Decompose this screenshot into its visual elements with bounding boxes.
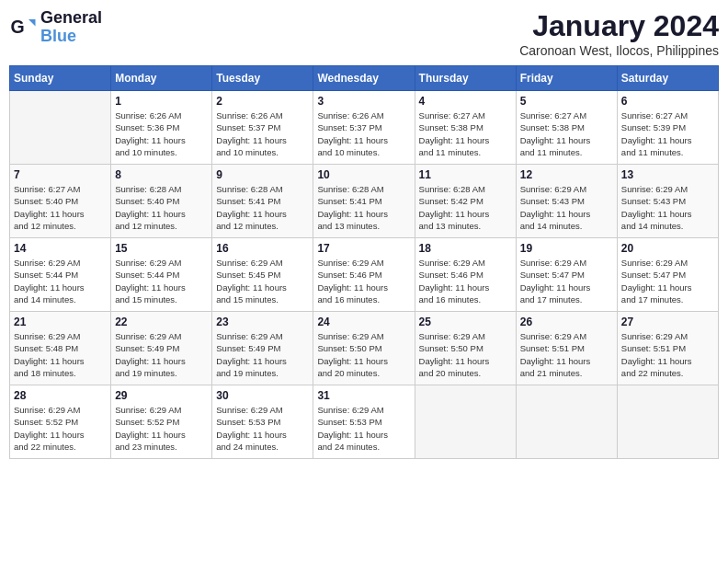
calendar-day: 8Sunrise: 6:28 AM Sunset: 5:40 PM Daylig…: [111, 165, 212, 238]
day-number: 31: [317, 389, 410, 402]
calendar-day: 13Sunrise: 6:29 AM Sunset: 5:43 PM Dayli…: [617, 165, 718, 238]
day-number: 23: [216, 316, 309, 328]
day-number: 7: [14, 168, 107, 181]
calendar-day: 5Sunrise: 6:27 AM Sunset: 5:38 PM Daylig…: [516, 91, 617, 165]
day-info: Sunrise: 6:29 AM Sunset: 5:52 PM Dayligh…: [115, 404, 208, 453]
calendar-day: 23Sunrise: 6:29 AM Sunset: 5:49 PM Dayli…: [212, 312, 313, 385]
day-info: Sunrise: 6:29 AM Sunset: 5:44 PM Dayligh…: [14, 257, 107, 305]
calendar-day: 7Sunrise: 6:27 AM Sunset: 5:40 PM Daylig…: [10, 165, 111, 238]
day-info: Sunrise: 6:27 AM Sunset: 5:40 PM Dayligh…: [14, 183, 107, 232]
calendar-day: 1Sunrise: 6:26 AM Sunset: 5:36 PM Daylig…: [111, 91, 212, 165]
calendar-day: 20Sunrise: 6:29 AM Sunset: 5:47 PM Dayli…: [617, 238, 718, 312]
day-info: Sunrise: 6:29 AM Sunset: 5:49 PM Dayligh…: [115, 330, 208, 379]
day-number: 3: [317, 95, 410, 108]
day-info: Sunrise: 6:27 AM Sunset: 5:38 PM Dayligh…: [419, 109, 512, 158]
calendar-day: 9Sunrise: 6:28 AM Sunset: 5:41 PM Daylig…: [212, 165, 313, 238]
calendar-day: 17Sunrise: 6:29 AM Sunset: 5:46 PM Dayli…: [313, 238, 415, 312]
day-number: 20: [621, 242, 714, 255]
day-number: 19: [520, 242, 613, 255]
title-area: January 2024 Caronoan West, Ilocos, Phil…: [519, 9, 719, 58]
calendar-day: 19Sunrise: 6:29 AM Sunset: 5:47 PM Dayli…: [516, 238, 617, 312]
day-info: Sunrise: 6:29 AM Sunset: 5:48 PM Dayligh…: [14, 330, 107, 379]
day-number: 11: [419, 168, 512, 181]
header-day: Wednesday: [313, 66, 415, 91]
header-day: Saturday: [617, 66, 718, 91]
calendar-day: 30Sunrise: 6:29 AM Sunset: 5:53 PM Dayli…: [212, 385, 313, 459]
calendar-day: 14Sunrise: 6:29 AM Sunset: 5:44 PM Dayli…: [10, 238, 111, 312]
day-number: 12: [520, 168, 613, 181]
day-number: 9: [216, 168, 309, 181]
calendar-day: [617, 385, 718, 459]
header-day: Tuesday: [212, 66, 313, 91]
day-info: Sunrise: 6:27 AM Sunset: 5:39 PM Dayligh…: [621, 109, 714, 158]
calendar-day: 24Sunrise: 6:29 AM Sunset: 5:50 PM Dayli…: [313, 312, 415, 385]
calendar-day: 11Sunrise: 6:28 AM Sunset: 5:42 PM Dayli…: [415, 165, 516, 238]
day-number: 5: [520, 95, 613, 108]
header: G General Blue January 2024 Caronoan Wes…: [9, 9, 719, 58]
calendar-day: 16Sunrise: 6:29 AM Sunset: 5:45 PM Dayli…: [212, 238, 313, 312]
calendar-day: 28Sunrise: 6:29 AM Sunset: 5:52 PM Dayli…: [10, 385, 111, 459]
day-number: 28: [14, 389, 107, 402]
logo-text: General Blue: [40, 9, 102, 46]
day-info: Sunrise: 6:26 AM Sunset: 5:37 PM Dayligh…: [216, 109, 309, 158]
day-info: Sunrise: 6:29 AM Sunset: 5:43 PM Dayligh…: [621, 183, 714, 232]
header-day: Monday: [111, 66, 212, 91]
day-number: 21: [14, 316, 107, 328]
day-info: Sunrise: 6:29 AM Sunset: 5:47 PM Dayligh…: [621, 257, 714, 305]
day-info: Sunrise: 6:27 AM Sunset: 5:38 PM Dayligh…: [520, 109, 613, 158]
day-number: 17: [317, 242, 410, 255]
day-number: 10: [317, 168, 410, 181]
calendar-day: 15Sunrise: 6:29 AM Sunset: 5:44 PM Dayli…: [111, 238, 212, 312]
subtitle: Caronoan West, Ilocos, Philippines: [519, 43, 719, 58]
logo-icon: G: [9, 14, 37, 41]
calendar-table: SundayMondayTuesdayWednesdayThursdayFrid…: [9, 65, 719, 459]
calendar-day: 27Sunrise: 6:29 AM Sunset: 5:51 PM Dayli…: [617, 312, 718, 385]
day-number: 8: [115, 168, 208, 181]
calendar-day: 26Sunrise: 6:29 AM Sunset: 5:51 PM Dayli…: [516, 312, 617, 385]
day-number: 4: [419, 95, 512, 108]
calendar-day: 12Sunrise: 6:29 AM Sunset: 5:43 PM Dayli…: [516, 165, 617, 238]
day-info: Sunrise: 6:28 AM Sunset: 5:40 PM Dayligh…: [115, 183, 208, 232]
calendar-day: 4Sunrise: 6:27 AM Sunset: 5:38 PM Daylig…: [415, 91, 516, 165]
day-info: Sunrise: 6:26 AM Sunset: 5:37 PM Dayligh…: [317, 109, 410, 158]
day-number: 30: [216, 389, 309, 402]
day-info: Sunrise: 6:29 AM Sunset: 5:47 PM Dayligh…: [520, 257, 613, 305]
svg-text:G: G: [11, 17, 25, 37]
day-number: 15: [115, 242, 208, 255]
calendar-header: SundayMondayTuesdayWednesdayThursdayFrid…: [10, 66, 719, 91]
calendar-day: 3Sunrise: 6:26 AM Sunset: 5:37 PM Daylig…: [313, 91, 415, 165]
day-info: Sunrise: 6:28 AM Sunset: 5:41 PM Dayligh…: [317, 183, 410, 232]
calendar-day: 29Sunrise: 6:29 AM Sunset: 5:52 PM Dayli…: [111, 385, 212, 459]
calendar-day: 21Sunrise: 6:29 AM Sunset: 5:48 PM Dayli…: [10, 312, 111, 385]
calendar-day: [516, 385, 617, 459]
calendar-week-row: 1Sunrise: 6:26 AM Sunset: 5:36 PM Daylig…: [10, 91, 719, 165]
logo: G General Blue: [9, 9, 102, 46]
calendar-day: [415, 385, 516, 459]
day-number: 1: [115, 95, 208, 108]
header-day: Sunday: [10, 66, 111, 91]
svg-marker-1: [28, 19, 36, 27]
day-number: 16: [216, 242, 309, 255]
calendar-day: [10, 91, 111, 165]
header-day: Thursday: [415, 66, 516, 91]
day-info: Sunrise: 6:29 AM Sunset: 5:50 PM Dayligh…: [419, 330, 512, 379]
calendar-day: 6Sunrise: 6:27 AM Sunset: 5:39 PM Daylig…: [617, 91, 718, 165]
header-day: Friday: [516, 66, 617, 91]
day-info: Sunrise: 6:29 AM Sunset: 5:53 PM Dayligh…: [216, 404, 309, 453]
day-number: 6: [621, 95, 714, 108]
day-number: 29: [115, 389, 208, 402]
day-info: Sunrise: 6:29 AM Sunset: 5:52 PM Dayligh…: [14, 404, 107, 453]
day-info: Sunrise: 6:29 AM Sunset: 5:44 PM Dayligh…: [115, 257, 208, 305]
day-info: Sunrise: 6:29 AM Sunset: 5:53 PM Dayligh…: [317, 404, 410, 453]
day-info: Sunrise: 6:26 AM Sunset: 5:36 PM Dayligh…: [115, 109, 208, 158]
day-number: 2: [216, 95, 309, 108]
day-info: Sunrise: 6:28 AM Sunset: 5:42 PM Dayligh…: [419, 183, 512, 232]
calendar-week-row: 7Sunrise: 6:27 AM Sunset: 5:40 PM Daylig…: [10, 165, 719, 238]
calendar-week-row: 14Sunrise: 6:29 AM Sunset: 5:44 PM Dayli…: [10, 238, 719, 312]
day-number: 18: [419, 242, 512, 255]
day-number: 13: [621, 168, 714, 181]
day-info: Sunrise: 6:28 AM Sunset: 5:41 PM Dayligh…: [216, 183, 309, 232]
header-row: SundayMondayTuesdayWednesdayThursdayFrid…: [10, 66, 719, 91]
day-info: Sunrise: 6:29 AM Sunset: 5:45 PM Dayligh…: [216, 257, 309, 305]
day-number: 14: [14, 242, 107, 255]
